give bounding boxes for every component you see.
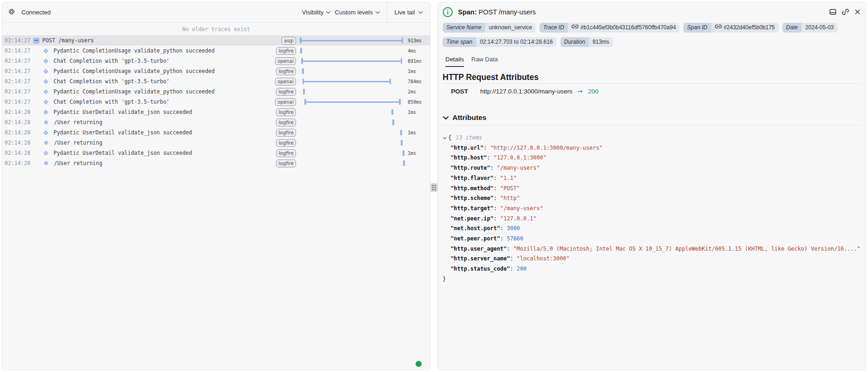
- row-duration: 1ms: [408, 151, 416, 156]
- row-timeline: [300, 46, 406, 56]
- live-tail-dropdown[interactable]: Live tail: [387, 2, 430, 23]
- close-icon[interactable]: [855, 9, 861, 15]
- row-timestamp: 02:14:27: [5, 47, 30, 54]
- detail-tabs: Details Raw Data: [438, 56, 866, 67]
- row-label: POST /many-users: [42, 37, 94, 44]
- scope-badge: logfire: [276, 139, 296, 147]
- row-timeline: [300, 107, 406, 117]
- span-meta-row-2: Time span 02:14:27.703 to 02:14:28.616 D…: [438, 37, 866, 47]
- arrow-right-icon: →: [577, 87, 582, 95]
- row-label: Pydantic UserDetail validate_json succee…: [54, 109, 192, 115]
- scope-badge: openai: [275, 78, 296, 86]
- span-bar: [301, 60, 402, 62]
- tab-raw-data[interactable]: Raw Data: [471, 56, 498, 67]
- scope-badge: logfire: [276, 159, 296, 167]
- log-circle-icon: [44, 141, 48, 145]
- live-indicator-dot: [416, 361, 422, 367]
- row-label: Chat Completion with 'gpt-3.5-turbo': [54, 99, 169, 105]
- attribute-entry: "http.url": "http://127.0.0.1:3000/many-…: [451, 143, 866, 153]
- span-bar: [391, 109, 393, 115]
- span-diamond-icon: [44, 110, 48, 114]
- trace-row[interactable]: 02:14:27Chat Completion with 'gpt-3.5-tu…: [2, 56, 430, 66]
- trace-id-badge: Trace ID #b1c445ef3b0b43116df5760ffb470a…: [539, 23, 680, 33]
- row-label: Pydantic CompletionUsage validate_python…: [54, 47, 215, 54]
- trace-row[interactable]: 02:14:27Pydantic CompletionUsage validat…: [2, 66, 430, 76]
- trace-row[interactable]: 02:14:27Pydantic CompletionUsage validat…: [2, 46, 430, 56]
- attribute-entry: "net.peer.ip": "127.0.0.1": [451, 214, 866, 224]
- trace-row[interactable]: 02:14:28/User returninglogfire: [2, 138, 430, 148]
- row-timestamp: 02:14:28: [5, 129, 30, 136]
- trace-row[interactable]: 02:14:27POST /many-usersasgi913ms: [2, 35, 430, 46]
- trace-row[interactable]: 02:14:28Pydantic UserDetail validate_jso…: [2, 148, 430, 158]
- time-span-badge: Time span 02:14:27.703 to 02:14:28.616: [443, 37, 557, 47]
- span-bar: [392, 120, 394, 125]
- visibility-dropdown[interactable]: Visibility: [302, 9, 331, 16]
- link-chain-icon[interactable]: [572, 23, 579, 33]
- row-duration: 913ms: [408, 38, 422, 43]
- attribute-entry: "http.user_agent": "Mozilla/5.0 (Macinto…: [451, 244, 866, 254]
- http-status-code: 200: [588, 88, 599, 95]
- scope-badge: openai: [275, 98, 296, 106]
- trace-row[interactable]: 02:14:28Pydantic UserDetail validate_jso…: [2, 107, 430, 117]
- row-timeline: [300, 56, 406, 66]
- row-timeline: [300, 158, 406, 168]
- span-detail-header: Span: POST /many-users: [438, 2, 866, 17]
- json-items-count: 13 items: [456, 133, 482, 143]
- http-request-row[interactable]: POST http://127.0.0.1:3000/many-users → …: [443, 87, 861, 95]
- connection-status: Connected: [21, 9, 51, 16]
- json-collapse-icon[interactable]: [443, 137, 447, 140]
- collapse-minus-icon[interactable]: [33, 38, 40, 44]
- row-timeline: [300, 76, 406, 86]
- row-duration: 1ms: [408, 130, 416, 135]
- row-timeline: [300, 97, 406, 107]
- no-older-traces-notice: No older traces exist: [2, 23, 430, 35]
- attribute-entry: "http.host": "127.0.0.1:3000": [451, 153, 866, 163]
- span-bar: [400, 130, 402, 135]
- link-chain-icon[interactable]: [715, 23, 722, 33]
- row-timestamp: 02:14:27: [5, 78, 30, 85]
- trace-row[interactable]: 02:14:27Chat Completion with 'gpt-3.5-tu…: [2, 76, 430, 86]
- row-timeline: [300, 35, 406, 46]
- attributes-section-header[interactable]: Attributes: [443, 113, 861, 122]
- http-method: POST: [451, 88, 468, 95]
- attribute-entry: "http.scheme": "http": [451, 193, 866, 204]
- trace-row[interactable]: 02:14:28Pydantic UserDetail validate_jso…: [2, 127, 430, 138]
- row-label: /User returning: [54, 119, 102, 126]
- custom-levels-dropdown[interactable]: Custom levels: [335, 9, 380, 16]
- span-diamond-icon: [44, 79, 48, 84]
- attribute-entry: "http.method": "POST": [451, 184, 866, 194]
- chevron-down-icon: [375, 11, 380, 14]
- span-bar: [304, 101, 401, 103]
- span-diamond-icon: [44, 151, 48, 155]
- scope-badge: logfire: [276, 108, 296, 116]
- attribute-entry: "http.status_code": 200: [451, 264, 866, 274]
- span-bar: [403, 160, 405, 166]
- trace-row[interactable]: 02:14:28/User returninglogfire: [2, 158, 430, 168]
- span-bar: [300, 48, 302, 53]
- tab-details[interactable]: Details: [445, 56, 464, 67]
- span-title: Span: POST /many-users: [458, 8, 536, 16]
- row-timestamp: 02:14:27: [5, 99, 30, 105]
- span-diamond-icon: [44, 48, 48, 53]
- trace-row[interactable]: 02:14:28/User returninglogfire: [2, 117, 430, 127]
- row-timestamp: 02:14:28: [5, 109, 30, 115]
- app-layout: Connected Visibility Custom levels Live …: [0, 0, 868, 372]
- span-diamond-icon: [44, 59, 48, 63]
- span-diamond-icon: [44, 69, 48, 73]
- row-label: Pydantic CompletionUsage validate_python…: [54, 88, 215, 95]
- row-label: /User returning: [54, 160, 102, 166]
- row-duration: 850ms: [408, 100, 422, 105]
- dock-panel-icon[interactable]: [829, 8, 836, 15]
- chevron-down-icon: [326, 11, 331, 14]
- copy-link-icon[interactable]: [841, 8, 849, 16]
- row-duration: 1ms: [408, 110, 416, 115]
- row-timeline: [300, 138, 406, 148]
- trace-row[interactable]: 02:14:27Pydantic CompletionUsage validat…: [2, 86, 430, 97]
- http-request-attributes-title: HTTP Request Attributes: [443, 73, 861, 82]
- panel-resize-handle[interactable]: [431, 183, 437, 192]
- row-label: Pydantic CompletionUsage validate_python…: [54, 68, 215, 74]
- trace-row[interactable]: 02:14:27Chat Completion with 'gpt-3.5-tu…: [2, 97, 430, 107]
- settings-gear-icon[interactable]: [8, 8, 15, 17]
- log-circle-icon: [44, 161, 48, 165]
- span-diamond-icon: [44, 100, 48, 104]
